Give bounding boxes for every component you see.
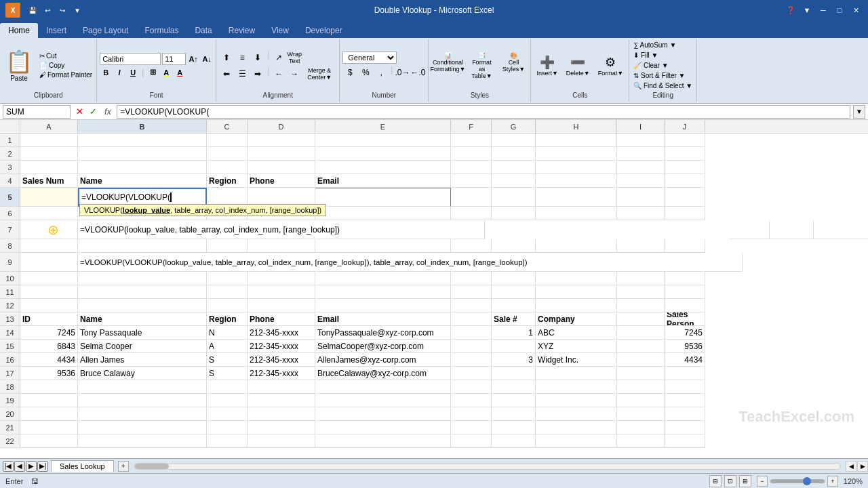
tab-page-layout[interactable]: Page Layout (75, 23, 136, 38)
cell-h13[interactable]: Company (536, 312, 617, 326)
cell-b14[interactable]: Tony Passaquale (78, 326, 207, 340)
underline-button[interactable]: U (127, 66, 139, 79)
italic-button[interactable]: I (113, 66, 125, 79)
sheet-tab-sales-lookup[interactable]: Sales Lookup (51, 460, 114, 472)
cell-c4[interactable]: Region (207, 174, 248, 188)
cell-j19[interactable] (665, 394, 705, 407)
cell-a11[interactable] (20, 285, 78, 299)
sheet-nav-last[interactable]: ▶| (37, 461, 48, 472)
cell-j22[interactable] (665, 434, 705, 448)
cell-f20[interactable] (451, 407, 492, 421)
cell-d14[interactable]: 212-345-xxxx (248, 326, 315, 340)
insert-sheet-button[interactable]: + (118, 461, 129, 472)
clear-button[interactable]: 🧹 Clear ▼ (632, 61, 694, 70)
scroll-left-button[interactable]: ◀ (846, 461, 856, 472)
cell-h3[interactable] (536, 161, 617, 174)
cell-i3[interactable] (617, 161, 665, 174)
cell-c21[interactable] (207, 421, 248, 434)
cell-b16[interactable]: Allen James (78, 353, 207, 367)
cell-i13[interactable] (617, 312, 665, 326)
cell-b5[interactable]: =VLOOKUP(VLOOKUP( VLOOKUP(lookup_value, … (78, 188, 207, 207)
format-painter-button[interactable]: 🖌Format Painter (38, 70, 94, 79)
cell-b2[interactable] (78, 147, 207, 161)
cancel-formula-button[interactable]: ✕ (73, 106, 85, 118)
cell-b13[interactable]: Name (78, 312, 207, 326)
cell-d20[interactable] (248, 407, 315, 421)
format-button[interactable]: ⚙ Format▼ (595, 54, 626, 78)
cell-h16[interactable]: Widget Inc. (536, 353, 617, 367)
tab-data[interactable]: Data (186, 23, 220, 38)
cell-g7[interactable] (770, 220, 814, 239)
accounting-button[interactable]: $ (342, 65, 357, 80)
page-break-view-button[interactable]: ⊞ (739, 475, 751, 487)
cell-b6[interactable] (78, 207, 207, 220)
normal-view-button[interactable]: ⊟ (709, 475, 722, 487)
cell-f21[interactable] (451, 421, 492, 434)
cell-e14[interactable]: TonyPassaquale@xyz-corp.com (315, 326, 451, 340)
cell-h7[interactable] (814, 220, 868, 239)
cell-g2[interactable] (492, 147, 536, 161)
cell-d1[interactable] (248, 134, 315, 147)
cell-g19[interactable] (492, 394, 536, 407)
percent-button[interactable]: % (358, 65, 373, 80)
align-right-button[interactable]: ➡ (250, 66, 265, 81)
cell-b1[interactable] (78, 134, 207, 147)
cell-b17[interactable]: Bruce Calaway (78, 367, 207, 380)
cell-a9[interactable] (20, 253, 78, 272)
cell-b9[interactable]: =VLOOKUP(VLOOKUP(lookup_value, table_arr… (78, 253, 743, 272)
cell-b12[interactable] (78, 299, 207, 312)
cell-c11[interactable] (207, 285, 248, 299)
col-header-c[interactable]: C (207, 120, 248, 133)
cell-d12[interactable] (248, 299, 315, 312)
row-num-22[interactable]: 22 (0, 434, 20, 448)
cell-a20[interactable] (20, 407, 78, 421)
minimize-button[interactable]: ─ (816, 4, 830, 16)
cell-i10[interactable] (617, 272, 665, 285)
cell-c9[interactable] (743, 253, 783, 272)
help-button[interactable]: ❓ (784, 4, 797, 16)
cell-e8[interactable] (315, 239, 451, 253)
cell-j12[interactable] (665, 299, 705, 312)
increase-font-button[interactable]: A↑ (187, 53, 199, 65)
cell-d7[interactable] (526, 220, 593, 239)
cell-j4[interactable] (665, 174, 705, 188)
cell-e18[interactable] (315, 380, 451, 394)
cell-a6[interactable] (20, 207, 78, 220)
decrease-decimal-button[interactable]: ←.0 (410, 65, 425, 80)
cell-c18[interactable] (207, 380, 248, 394)
number-format-select[interactable]: General (342, 52, 397, 64)
col-header-h[interactable]: H (536, 120, 617, 133)
tab-review[interactable]: Review (220, 23, 263, 38)
sort-filter-button[interactable]: ⇅ Sort & Filter ▼ (632, 71, 694, 80)
col-header-g[interactable]: G (492, 120, 536, 133)
cell-i16[interactable] (617, 353, 665, 367)
cell-e15[interactable]: SelmaCooper@xyz-corp.com (315, 340, 451, 353)
cell-b18[interactable] (78, 380, 207, 394)
tab-formulas[interactable]: Formulas (136, 23, 186, 38)
cell-c10[interactable] (207, 272, 248, 285)
row-num-18[interactable]: 18 (0, 380, 20, 394)
cell-f1[interactable] (451, 134, 492, 147)
cell-h21[interactable] (536, 421, 617, 434)
row-num-12[interactable]: 12 (0, 299, 20, 312)
cell-d9[interactable] (783, 253, 851, 272)
cell-b15[interactable]: Selma Cooper (78, 340, 207, 353)
cell-a13[interactable]: ID (20, 312, 78, 326)
border-button[interactable]: ⊞ (146, 66, 159, 79)
cell-c14[interactable]: N (207, 326, 248, 340)
col-header-j[interactable]: J (665, 120, 705, 133)
cell-a22[interactable] (20, 434, 78, 448)
cell-f4[interactable] (451, 174, 492, 188)
row-num-4[interactable]: 4 (0, 174, 20, 188)
decrease-font-button[interactable]: A↓ (201, 53, 213, 65)
cell-f2[interactable] (451, 147, 492, 161)
cell-b10[interactable] (78, 272, 207, 285)
cell-a15[interactable]: 6843 (20, 340, 78, 353)
cell-h4[interactable] (536, 174, 617, 188)
close-button[interactable]: ✕ (849, 4, 863, 16)
font-color-button[interactable]: A (174, 66, 186, 79)
cell-f6[interactable] (451, 207, 492, 220)
cell-a4[interactable]: Sales Num (20, 174, 78, 188)
fill-color-button[interactable]: A (160, 66, 172, 79)
cell-j10[interactable] (665, 272, 705, 285)
